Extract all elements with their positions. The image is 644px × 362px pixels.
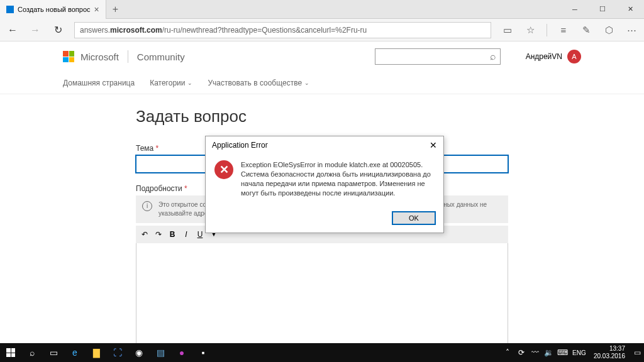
tab-favicon <box>6 6 14 13</box>
tray-keyboard-icon[interactable]: ⌨ <box>556 343 570 362</box>
action-center-icon[interactable]: ▭ <box>630 343 644 362</box>
refresh-button[interactable]: ↻ <box>49 21 67 39</box>
username: АндрейVN <box>526 52 562 61</box>
editor-textarea[interactable] <box>136 243 508 343</box>
chevron-down-icon: ⌄ <box>304 80 309 86</box>
share-icon[interactable]: ⬡ <box>600 21 618 39</box>
taskbar-clock[interactable]: 13:37 20.03.2016 <box>589 345 630 360</box>
undo-icon[interactable]: ↶ <box>140 230 150 239</box>
tray-language[interactable]: ENG <box>570 343 589 362</box>
taskbar: ⌕ ▭ e ▇ ⛶ ◉ ▤ ● ▪ ˄ ⟳ 〰 🔉 ⌨ ENG 13:37 20… <box>0 343 644 362</box>
search-button[interactable]: ⌕ <box>21 343 43 362</box>
taskbar-app-chrome[interactable]: ◉ <box>128 343 150 362</box>
window-close-button[interactable]: ✕ <box>616 0 644 19</box>
error-icon: ✕ <box>214 160 233 179</box>
error-dialog: Application Error ✕ ✕ Exception EOleSysE… <box>205 136 444 233</box>
dialog-close-icon[interactable]: ✕ <box>430 140 437 150</box>
underline-icon[interactable]: U <box>195 230 205 239</box>
dialog-titlebar: Application Error ✕ <box>206 136 443 154</box>
window-minimize-button[interactable]: ─ <box>561 0 589 19</box>
search-input[interactable]: ⌕ <box>375 48 501 65</box>
user-menu[interactable]: АндрейVN А <box>526 50 581 63</box>
site-nav: Домашняя страница Категории ⌄ Участвоват… <box>0 72 644 94</box>
tray-sync-icon[interactable]: ⟳ <box>514 343 528 362</box>
taskbar-app-edge[interactable]: e <box>64 343 86 362</box>
chevron-down-icon: ⌄ <box>187 80 192 86</box>
dialog-message: Exception EOleSysError in module klatch.… <box>241 160 435 197</box>
microsoft-logo-icon[interactable] <box>63 51 74 62</box>
nav-home[interactable]: Домашняя страница <box>63 79 135 87</box>
brand-name[interactable]: Microsoft <box>80 52 119 62</box>
bold-icon[interactable]: B <box>167 230 177 239</box>
tray-chevron-icon[interactable]: ˄ <box>501 343 514 362</box>
taskbar-app-store[interactable]: ⛶ <box>107 343 128 362</box>
redo-icon[interactable]: ↷ <box>153 230 164 239</box>
site-section[interactable]: Community <box>137 52 185 62</box>
more-icon[interactable]: ⋯ <box>623 21 640 39</box>
taskbar-app-notepad[interactable]: ▤ <box>150 343 171 362</box>
nav-participate[interactable]: Участвовать в сообществе ⌄ <box>208 79 309 87</box>
taskbar-app-generic[interactable]: ● <box>171 343 192 362</box>
site-header: Microsoft Community ⌕ АндрейVN А <box>0 41 644 72</box>
taskbar-app-explorer[interactable]: ▇ <box>86 343 107 362</box>
italic-icon[interactable]: I <box>181 230 191 239</box>
browser-tab[interactable]: Создать новый вопрос × <box>0 0 106 19</box>
page-title: Задать вопрос <box>136 107 508 126</box>
search-icon: ⌕ <box>490 51 496 62</box>
tray-volume-icon[interactable]: 🔉 <box>542 343 556 362</box>
info-icon: i <box>142 201 152 211</box>
hub-icon[interactable]: ≡ <box>555 21 572 39</box>
window-titlebar: Создать новый вопрос × + ─ ☐ ✕ <box>0 0 644 19</box>
favorite-icon[interactable]: ☆ <box>521 21 539 39</box>
url-input[interactable]: answers.microsoft.com/ru-ru/newthread?th… <box>74 22 491 38</box>
address-bar: ← → ↻ answers.microsoft.com/ru-ru/newthr… <box>0 19 644 41</box>
nav-categories[interactable]: Категории ⌄ <box>150 79 192 87</box>
tab-close-icon[interactable]: × <box>94 4 99 14</box>
avatar: А <box>567 50 581 63</box>
reading-view-icon[interactable]: ▭ <box>499 21 516 39</box>
taskbar-app-cmd[interactable]: ▪ <box>192 343 214 362</box>
task-view-button[interactable]: ▭ <box>43 343 64 362</box>
note-icon[interactable]: ✎ <box>577 21 595 39</box>
ok-button[interactable]: OK <box>392 211 436 225</box>
forward-button[interactable]: → <box>26 21 44 39</box>
new-tab-button[interactable]: + <box>106 4 125 15</box>
dialog-title: Application Error <box>212 141 268 150</box>
tray-network-icon[interactable]: 〰 <box>528 343 542 362</box>
start-button[interactable] <box>0 343 21 362</box>
window-maximize-button[interactable]: ☐ <box>589 0 616 19</box>
back-button[interactable]: ← <box>4 21 21 39</box>
tab-title: Создать новый вопрос <box>18 6 91 13</box>
